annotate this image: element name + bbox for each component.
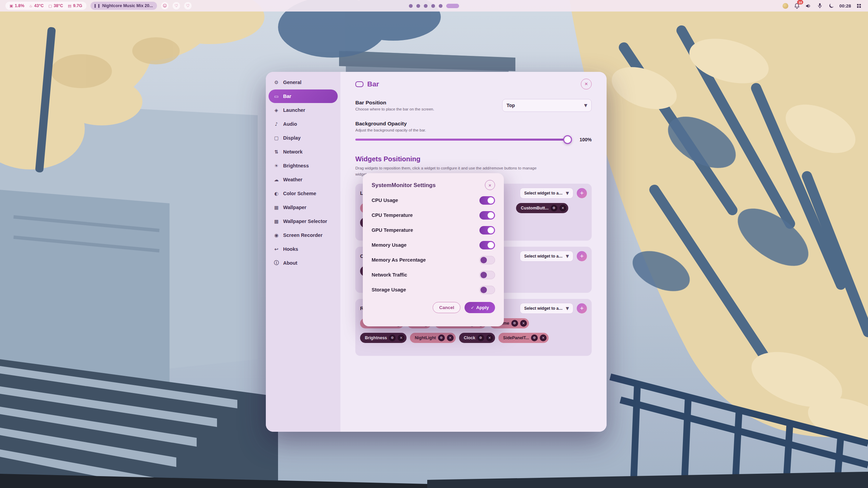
chip-label: Clock: [464, 336, 475, 340]
display-icon: ▢: [273, 135, 279, 141]
bar-position-row: Bar Position Choose where to place the b…: [355, 99, 592, 112]
volume-icon[interactable]: [805, 2, 812, 9]
sidebar-item-brightness[interactable]: ☀ Brightness: [269, 159, 338, 172]
bar-position-dropdown[interactable]: Top ▼: [502, 99, 592, 112]
widget-chip-nightlight[interactable]: NightLight ⚙ ×: [410, 333, 455, 343]
wallpaper-selector-icon: ▩: [273, 219, 279, 224]
clock[interactable]: 00:28: [839, 3, 851, 8]
toggle-label: Memory Usage: [372, 242, 407, 248]
cpu-temp-stat: ♨ 43°C: [29, 3, 44, 8]
add-widget-button-left[interactable]: +: [577, 188, 587, 198]
systemmonitor-settings-modal: SystemMonitor Settings × CPU Usage CPU T…: [363, 173, 504, 326]
sidebar-item-about[interactable]: ⓘ About: [269, 256, 338, 270]
memory-usage-toggle[interactable]: [479, 241, 495, 249]
chip-label: SidePanelT...: [503, 336, 529, 340]
sidebar-item-weather[interactable]: ☁ Weather: [269, 173, 338, 186]
workspace-dot[interactable]: [409, 4, 413, 8]
sidebar-item-audio[interactable]: ♪ Audio: [269, 117, 338, 131]
notifications-bell-icon[interactable]: 10: [793, 2, 801, 9]
memory-as-percentage-toggle[interactable]: [479, 256, 495, 264]
media-player-pill[interactable]: Nightcore Music Mix 20...: [91, 2, 157, 10]
heart-button[interactable]: ♡: [173, 2, 180, 9]
system-stats-pill[interactable]: ▣ 1.8% ♨ 43°C ▢ 38°C ▤ 9.7G: [5, 2, 86, 10]
sidebar-item-label: Brightness: [283, 163, 309, 168]
sidebar-item-launcher[interactable]: ◈ Launcher: [269, 103, 338, 117]
sidebar-item-general[interactable]: ⚙ General: [269, 76, 338, 89]
color-picker-icon[interactable]: [782, 2, 789, 9]
storage-usage-toggle[interactable]: [479, 286, 495, 294]
chip-gear-button[interactable]: ⚙: [551, 205, 557, 211]
window-close-button[interactable]: ×: [581, 79, 592, 89]
sidebar-item-network[interactable]: ⇅ Network: [269, 145, 338, 159]
chip-close-button[interactable]: ×: [520, 320, 527, 327]
chip-close-button[interactable]: ×: [540, 334, 547, 341]
sidebar-item-label: Wallpaper: [283, 205, 307, 210]
widget-chip-brightness[interactable]: Brightness ⚙ ×: [360, 333, 407, 343]
chip-gear-button[interactable]: ⚙: [477, 334, 484, 341]
pause-icon: [95, 4, 99, 8]
background-opacity-slider[interactable]: [355, 139, 571, 141]
widget-chip-clock[interactable]: Clock ⚙ ×: [459, 333, 495, 343]
toggle-label: Storage Usage: [372, 287, 406, 292]
bar-page-icon: [355, 81, 363, 87]
sidebar-item-label: Wallpaper Selector: [283, 219, 327, 224]
sidebar-item-label: Launcher: [283, 107, 305, 113]
workspace-dot[interactable]: [416, 4, 420, 8]
smiley-button[interactable]: ☺: [161, 2, 169, 9]
sidebar-item-display[interactable]: ▢ Display: [269, 131, 338, 145]
app-grid-icon[interactable]: [855, 2, 863, 9]
chip-close-button[interactable]: ×: [398, 334, 405, 341]
memory-icon: ▤: [68, 4, 71, 8]
cpu-usage-toggle[interactable]: [479, 196, 495, 205]
modal-close-button[interactable]: ×: [485, 180, 495, 190]
toggle-row-cpu-usage: CPU Usage: [372, 193, 495, 208]
workspace-active-pill[interactable]: [446, 4, 459, 8]
media-title: Nightcore Music Mix 20...: [102, 3, 153, 8]
sidebar-item-label: Hooks: [283, 246, 298, 252]
apply-button[interactable]: ✓ Apply: [465, 302, 495, 313]
add-widget-dropdown-center[interactable]: Select widget to add... ▼: [520, 251, 573, 262]
chip-gear-button[interactable]: ⚙: [389, 334, 396, 341]
add-widget-dropdown-left[interactable]: Select widget to add... ▼: [520, 188, 573, 199]
gpu-temp-stat: ▢ 38°C: [48, 3, 63, 8]
network-traffic-toggle[interactable]: [479, 271, 495, 279]
add-widget-button-right[interactable]: +: [577, 303, 587, 313]
gpu-temperature-toggle[interactable]: [479, 226, 495, 235]
sidebar-item-color-scheme[interactable]: ◐ Color Scheme: [269, 187, 338, 200]
toggle-row-memory-usage: Memory Usage: [372, 238, 495, 252]
toggle-label: CPU Usage: [372, 198, 398, 203]
chip-close-button[interactable]: ×: [486, 334, 493, 341]
launcher-icon: ◈: [273, 107, 279, 113]
chip-close-button[interactable]: ×: [559, 205, 566, 211]
chip-close-button[interactable]: ×: [447, 334, 454, 341]
about-icon: ⓘ: [273, 260, 279, 266]
cancel-button[interactable]: Cancel: [433, 302, 460, 313]
sliders-icon: ⚙: [273, 80, 279, 85]
widgets-positioning-title: Widgets Positioning: [355, 155, 592, 163]
sidebar-item-hooks[interactable]: ↩ Hooks: [269, 242, 338, 256]
memory-stat: ▤ 9.7G: [68, 3, 82, 8]
heart-button-2[interactable]: ♡: [184, 2, 192, 9]
add-widget-dropdown-right[interactable]: Select widget to add... ▼: [520, 303, 573, 314]
widget-chip-custombutton[interactable]: CustomButt... ⚙ ×: [516, 203, 568, 213]
toggle-row-gpu-temperature: GPU Temperature: [372, 223, 495, 238]
sidebar-item-wallpaper-selector[interactable]: ▩ Wallpaper Selector: [269, 215, 338, 228]
sidebar-item-screen-recorder[interactable]: ◉ Screen Recorder: [269, 228, 338, 242]
cpu-value: 1.8%: [15, 3, 24, 8]
workspace-dot[interactable]: [431, 4, 435, 8]
add-widget-button-center[interactable]: +: [577, 251, 587, 261]
chip-gear-button[interactable]: ⚙: [438, 334, 445, 341]
microphone-icon[interactable]: [816, 2, 824, 9]
slider-knob[interactable]: [563, 135, 572, 144]
chip-gear-button[interactable]: ⚙: [531, 334, 538, 341]
weather-icon: ☁: [273, 177, 279, 182]
cpu-temperature-toggle[interactable]: [479, 211, 495, 220]
chip-gear-button[interactable]: ⚙: [511, 320, 518, 327]
night-light-moon-icon[interactable]: [828, 2, 835, 9]
sidebar-item-bar[interactable]: ▭ Bar: [269, 89, 338, 103]
sidebar-item-wallpaper[interactable]: ▦ Wallpaper: [269, 201, 338, 214]
gpu-temperature-icon: ▢: [48, 4, 52, 8]
workspace-dot[interactable]: [424, 4, 428, 8]
workspace-dot[interactable]: [439, 4, 442, 8]
widget-chip-sidepaneltoggle[interactable]: SidePanelT... ⚙ ×: [498, 333, 549, 343]
